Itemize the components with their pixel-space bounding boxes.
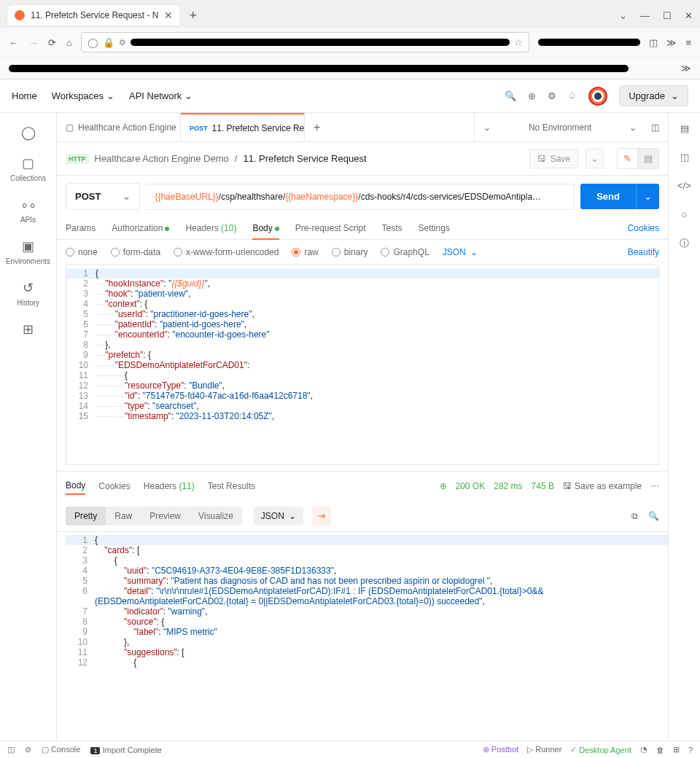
copy-icon[interactable]: ⧉ bbox=[631, 511, 638, 521]
avatar[interactable] bbox=[588, 87, 607, 106]
resp-tab-body[interactable]: Body bbox=[66, 477, 85, 495]
url-input[interactable]: {{haeBaseURL}}/csp/healthshare/{{haeName… bbox=[146, 184, 575, 210]
tab-tests[interactable]: Tests bbox=[382, 217, 402, 239]
postbot-button[interactable]: ⊛ Postbot bbox=[483, 745, 518, 754]
radio-xwww[interactable]: x-www-form-urlencoded bbox=[174, 247, 279, 257]
lightbulb-icon[interactable]: ☼ bbox=[680, 208, 689, 219]
chevron-down-icon[interactable]: ⌄ bbox=[619, 10, 627, 21]
upgrade-button[interactable]: Upgrade ⌄ bbox=[619, 85, 688, 106]
nav-home[interactable]: Home bbox=[12, 90, 37, 101]
more-icon[interactable]: ⋯ bbox=[650, 481, 659, 491]
capture-icon[interactable]: ◔ bbox=[640, 745, 648, 754]
radio-raw[interactable]: raw bbox=[292, 247, 318, 257]
edit-icon[interactable]: ✎ bbox=[618, 149, 637, 168]
beautify-button[interactable]: Beautify bbox=[628, 247, 659, 257]
radio-graphql[interactable]: GraphQL bbox=[381, 247, 429, 257]
minimize-icon[interactable]: — bbox=[640, 10, 650, 21]
sidebar-person[interactable]: ◯ bbox=[18, 122, 39, 144]
gear-icon[interactable]: ⚙ bbox=[548, 90, 556, 101]
tab-headers[interactable]: Headers (10) bbox=[185, 217, 236, 239]
sidebar-toggle-icon[interactable]: ◫ bbox=[7, 745, 15, 754]
sidebar-more[interactable]: ⊞ bbox=[20, 319, 36, 340]
trash-icon[interactable]: 🗑 bbox=[656, 746, 664, 754]
view-visualize[interactable]: Visualize bbox=[190, 507, 242, 525]
language-select[interactable]: JSON ⌄ bbox=[443, 247, 478, 257]
env-quicklook-icon[interactable]: ◫ bbox=[651, 122, 659, 133]
runner-button[interactable]: ▷ Runner bbox=[527, 745, 561, 754]
wrap-icon[interactable]: ⇥ bbox=[312, 507, 331, 525]
bookmark-icon[interactable]: ☆ bbox=[514, 37, 523, 48]
resp-tab-cookies[interactable]: Cookies bbox=[98, 478, 130, 494]
new-tab-button[interactable]: + bbox=[184, 8, 201, 23]
view-raw[interactable]: Raw bbox=[106, 507, 141, 525]
breadcrumb-parent[interactable]: Healthcare Action Engine Demo bbox=[95, 153, 229, 164]
import-status[interactable]: 1 Import Complete bbox=[90, 746, 161, 754]
response-body-editor[interactable]: 1{ 2 "cards": [ 3 { 4 "uuid": "C5C94619-… bbox=[57, 531, 668, 721]
settings-icon[interactable]: ⚙ bbox=[119, 38, 126, 47]
docs-icon[interactable]: ▤ bbox=[680, 123, 689, 134]
redacted-extension bbox=[538, 39, 640, 46]
comments-icon[interactable]: ◫ bbox=[680, 152, 689, 163]
sidebar-history[interactable]: ↺History bbox=[14, 277, 42, 310]
add-tab-button[interactable]: + bbox=[305, 121, 329, 134]
tab-settings[interactable]: Settings bbox=[419, 217, 450, 239]
menu-icon[interactable]: ≡ bbox=[685, 37, 691, 48]
sidebar-apis[interactable]: ∘∘APIs bbox=[18, 194, 39, 227]
tab-collection[interactable]: ▢Healthcare Action Engine bbox=[57, 113, 181, 141]
view-preview[interactable]: Preview bbox=[141, 507, 190, 525]
shield-icon[interactable]: ◯ bbox=[88, 37, 98, 48]
maximize-icon[interactable]: ☐ bbox=[663, 10, 672, 21]
url-bar[interactable]: ◯ 🔒 ⚙ ☆ bbox=[81, 32, 530, 52]
back-icon[interactable]: ← bbox=[9, 37, 18, 48]
help-icon[interactable]: ? bbox=[688, 746, 693, 754]
resp-tab-headers[interactable]: Headers (11) bbox=[144, 478, 195, 494]
tab-request-active[interactable]: POST11. Prefetch Service Req bbox=[181, 113, 305, 141]
format-select[interactable]: JSON ⌄ bbox=[254, 507, 303, 525]
tab-body[interactable]: Body bbox=[252, 217, 279, 239]
overflow-icon[interactable]: ≫ bbox=[666, 37, 677, 48]
method-selector[interactable]: POST⌄ bbox=[66, 183, 140, 210]
browser-tab[interactable]: 11. Prefetch Service Request - N ✕ bbox=[7, 5, 180, 26]
save-dropdown[interactable]: ⌄ bbox=[586, 149, 604, 168]
close-window-icon[interactable]: ✕ bbox=[685, 10, 693, 21]
invite-icon[interactable]: ⊕ bbox=[528, 90, 536, 101]
resp-tab-tests[interactable]: Test Results bbox=[208, 478, 255, 494]
sidebar-collections[interactable]: ▢Collections bbox=[7, 152, 49, 185]
comment-icon[interactable]: ▤ bbox=[637, 149, 658, 168]
layout-icon[interactable]: ⊞ bbox=[673, 745, 680, 754]
extension-icon[interactable]: ◫ bbox=[649, 37, 658, 48]
nav-api-network[interactable]: API Network ⌄ bbox=[129, 90, 192, 101]
save-button[interactable]: 🖫Save bbox=[529, 149, 578, 168]
request-body-editor[interactable]: 1{ 2····"hookInstance": "{{$guid}}", 3··… bbox=[66, 265, 659, 465]
sync-icon[interactable]: ⊘ bbox=[25, 745, 31, 754]
cookies-link[interactable]: Cookies bbox=[628, 223, 659, 233]
console-button[interactable]: ▢ Console bbox=[42, 745, 80, 754]
radio-formdata[interactable]: form-data bbox=[111, 247, 160, 257]
overflow-icon[interactable]: ≫ bbox=[681, 63, 691, 74]
radio-none[interactable]: none bbox=[66, 247, 98, 257]
radio-binary[interactable]: binary bbox=[332, 247, 368, 257]
info-icon[interactable]: ⓘ bbox=[680, 237, 689, 250]
search-icon[interactable]: 🔍 bbox=[505, 90, 516, 101]
tab-authorization[interactable]: Authorization bbox=[112, 217, 169, 239]
view-pretty[interactable]: Pretty bbox=[66, 507, 106, 525]
lock-icon[interactable]: 🔒 bbox=[103, 37, 114, 48]
tab-prerequest[interactable]: Pre-request Script bbox=[295, 217, 366, 239]
sidebar-environments[interactable]: ▣Environments bbox=[3, 235, 53, 268]
postman-favicon bbox=[15, 10, 25, 20]
environment-selector[interactable]: ⌄ No Environment ⌄ ◫ bbox=[474, 113, 668, 141]
tab-params[interactable]: Params bbox=[66, 217, 96, 239]
forward-icon[interactable]: → bbox=[28, 37, 38, 48]
reload-icon[interactable]: ⟳ bbox=[48, 37, 56, 48]
send-button[interactable]: Send⌄ bbox=[580, 184, 659, 209]
globe-icon[interactable]: ⊕ bbox=[440, 481, 447, 491]
home-icon[interactable]: ⌂ bbox=[66, 37, 72, 48]
bell-icon[interactable]: ♤ bbox=[568, 90, 577, 101]
close-tab-icon[interactable]: ✕ bbox=[164, 9, 173, 21]
nav-workspaces[interactable]: Workspaces ⌄ bbox=[52, 90, 114, 101]
save-as-example[interactable]: 🖫Save as example bbox=[563, 481, 642, 491]
desktop-agent-status[interactable]: ✓ Desktop Agent bbox=[570, 745, 631, 754]
browser-tab-title: 11. Prefetch Service Request - N bbox=[31, 10, 158, 20]
code-icon[interactable]: </> bbox=[677, 180, 691, 191]
search-response-icon[interactable]: 🔍 bbox=[648, 511, 659, 521]
